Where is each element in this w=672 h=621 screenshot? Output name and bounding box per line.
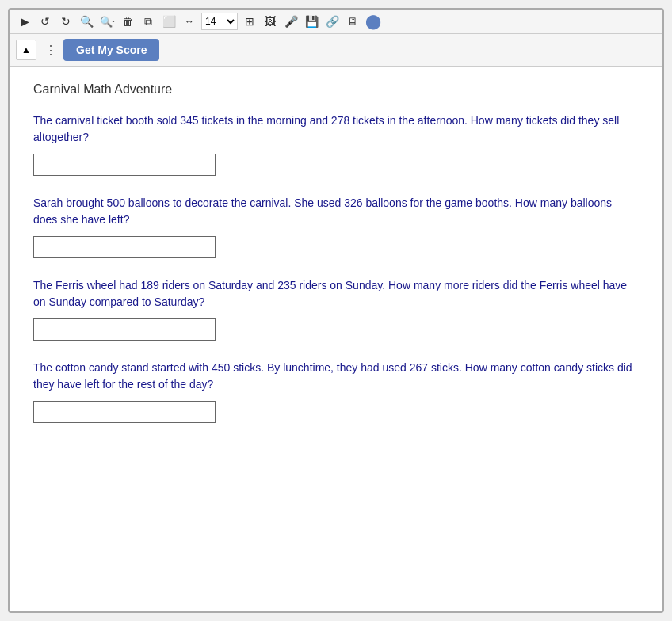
- question-block-4: The cotton candy stand started with 450 …: [33, 360, 639, 423]
- image-icon[interactable]: 🖼: [262, 13, 279, 30]
- secondary-toolbar: ▲ ⋮ Get My Score: [10, 34, 662, 67]
- delete-icon[interactable]: 🗑: [119, 13, 136, 30]
- question-text-2: Sarah brought 500 balloons to decorate t…: [33, 195, 639, 228]
- quiz-title: Carnival Math Adventure: [33, 82, 639, 97]
- link-icon[interactable]: 🔗: [323, 13, 341, 30]
- copy-icon[interactable]: ⧉: [139, 13, 157, 30]
- circle-icon[interactable]: ⬤: [365, 13, 382, 30]
- resize-icon[interactable]: ↔: [181, 13, 198, 30]
- monitor-icon[interactable]: 🖥: [344, 13, 361, 30]
- question-block-2: Sarah brought 500 balloons to decorate t…: [33, 195, 639, 258]
- table-icon[interactable]: ⊞: [241, 13, 258, 30]
- font-size-select[interactable]: 8 10 12 14 16 18 24: [201, 13, 238, 30]
- question-block-3: The Ferris wheel had 189 riders on Satur…: [33, 277, 639, 341]
- question-text-1: The carnival ticket booth sold 345 ticke…: [33, 112, 639, 146]
- answer-input-4[interactable]: [33, 401, 216, 423]
- app-window: ▶ ↺ ↻ 🔍 🔍- 🗑 ⧉ ⬜ ↔ 8 10 12 14 16 18 24 ⊞…: [8, 8, 664, 613]
- question-block-1: The carnival ticket booth sold 345 ticke…: [33, 112, 639, 176]
- question-text-3: The Ferris wheel had 189 riders on Satur…: [33, 277, 639, 310]
- answer-input-3[interactable]: [33, 318, 216, 341]
- zoom-out-icon[interactable]: 🔍-: [98, 13, 116, 30]
- save-icon[interactable]: 💾: [303, 13, 320, 30]
- answer-input-2[interactable]: [33, 236, 216, 258]
- undo-icon[interactable]: ↺: [36, 13, 54, 30]
- question-text-4: The cotton candy stand started with 450 …: [33, 360, 639, 393]
- main-toolbar: ▶ ↺ ↻ 🔍 🔍- 🗑 ⧉ ⬜ ↔ 8 10 12 14 16 18 24 ⊞…: [10, 10, 662, 34]
- collapse-button[interactable]: ▲: [16, 40, 36, 60]
- content-area: Carnival Math Adventure The carnival tic…: [10, 67, 662, 611]
- redo-icon[interactable]: ↻: [57, 13, 74, 30]
- microphone-icon[interactable]: 🎤: [282, 13, 300, 30]
- cursor-icon[interactable]: ▶: [16, 13, 33, 30]
- crop-icon[interactable]: ⬜: [160, 13, 178, 30]
- more-options-button[interactable]: ⋮: [41, 40, 59, 60]
- get-score-button[interactable]: Get My Score: [63, 39, 159, 61]
- zoom-in-icon[interactable]: 🔍: [78, 13, 95, 30]
- answer-input-1[interactable]: [33, 154, 216, 176]
